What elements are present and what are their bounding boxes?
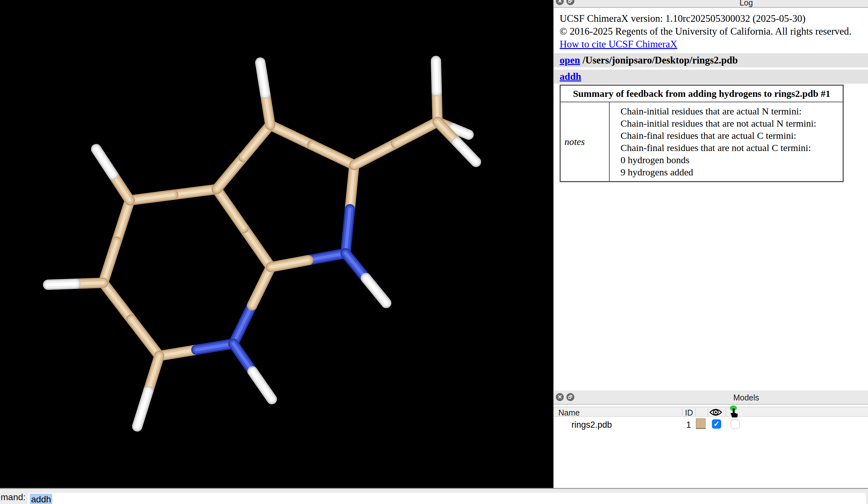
log-command-strip-open: open /Users/jonipsaro/Desktop/rings2.pdb	[554, 53, 868, 67]
float-window-icon	[568, 0, 572, 3]
molecule-stick-model	[0, 0, 553, 488]
models-column-header: Name ID	[554, 407, 868, 417]
eye-icon	[709, 408, 723, 417]
models-titlebar: ✕ Models	[554, 391, 868, 404]
log-float-button[interactable]	[566, 0, 575, 5]
model-selected-checkbox[interactable]	[731, 419, 740, 429]
log-copyright-line: © 2016-2025 Regents of the University of…	[560, 25, 851, 37]
addh-feedback-table: Summary of feedback from adding hydrogen…	[560, 85, 844, 182]
log-version-line: UCSF ChimeraX version: 1.10rc20250530003…	[560, 13, 806, 24]
models-close-button[interactable]: ✕	[556, 393, 564, 401]
command-label: mand:	[1, 492, 25, 502]
command-input[interactable]: addh	[27, 492, 867, 504]
column-name-label: Name	[558, 408, 580, 418]
model-shown-checkbox[interactable]: ✓	[712, 419, 721, 429]
model-row[interactable]: rings2.pdb 1 ✓	[554, 418, 868, 432]
column-id-label: ID	[685, 408, 693, 418]
float-window-icon	[568, 395, 572, 399]
addh-table-notes: Chain-initial residues that are actual N…	[610, 102, 843, 181]
open-command-args: /Users/jonipsaro/Desktop/rings2.pdb	[580, 54, 738, 66]
cite-chimerax-link[interactable]: How to cite UCSF ChimeraX	[560, 39, 677, 50]
addh-table-title: Summary of feedback from adding hydrogen…	[561, 85, 843, 102]
log-command-strip-addh: addh	[554, 70, 868, 84]
close-icon: ✕	[556, 393, 564, 401]
log-titlebar: ✕ Log	[554, 0, 868, 8]
addh-table-row-label: notes	[561, 102, 610, 181]
log-cite-line: How to cite UCSF ChimeraX	[560, 39, 677, 50]
model-id: 1	[682, 420, 695, 430]
close-icon: ✕	[556, 0, 564, 5]
model-name: rings2.pdb	[571, 420, 612, 430]
open-command-link[interactable]: open	[560, 54, 580, 66]
models-float-button[interactable]	[566, 393, 575, 401]
chimerax-window: ✕ Log UCSF ChimeraX version: 1.10rc20250…	[0, 0, 868, 504]
graphics-viewport[interactable]	[0, 0, 553, 488]
models-panel-title: Models	[689, 393, 804, 402]
addh-command-link[interactable]: addh	[560, 71, 581, 82]
log-close-button[interactable]: ✕	[556, 0, 564, 5]
command-input-value: addh	[30, 494, 52, 504]
dock-panel-area: ✕ Log UCSF ChimeraX version: 1.10rc20250…	[553, 0, 868, 488]
model-color-swatch[interactable]	[696, 419, 705, 429]
log-panel-title: Log	[689, 0, 804, 7]
command-bar: mand: addh	[0, 488, 868, 504]
